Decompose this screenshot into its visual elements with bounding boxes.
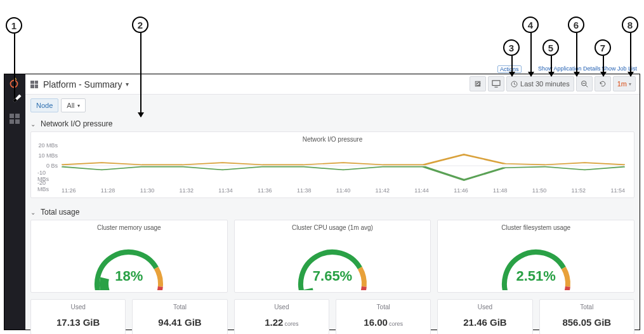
stat-value: 17.13 GiB: [31, 317, 125, 328]
chart-xaxis: 11:2611:2811:3011:3211:3411:3611:3811:40…: [62, 187, 625, 195]
refresh-interval-label: 1m: [617, 80, 627, 88]
stat-cpu-used: Used 1.22cores: [234, 299, 329, 334]
callout-1: 1: [6, 17, 22, 34]
gauge-title-cpu: Cluster CPU usage (1m avg): [235, 224, 431, 231]
gauge-title-fs: Cluster filesystem usage: [438, 224, 634, 231]
stat-label: Total: [336, 304, 430, 311]
cycle-view-button[interactable]: [488, 76, 504, 91]
filter-node[interactable]: Node: [30, 98, 58, 112]
stat-value: 856.05 GiB: [540, 317, 634, 328]
refresh-interval-button[interactable]: 1m ▾: [613, 76, 636, 91]
gauge-value-cpu: 7.65%: [313, 268, 352, 284]
callout-arrow-7: [603, 56, 604, 76]
time-range-button[interactable]: Last 30 minutes: [506, 76, 574, 91]
chart-title: Network I/O pressure: [37, 136, 628, 143]
gauge-cpu: Cluster CPU usage (1m avg) 7.65%: [234, 220, 431, 293]
refresh-button[interactable]: [595, 76, 611, 91]
callout-arrow-4: [530, 33, 532, 76]
page-header: Platform - Summary ▾ Last 30 minutes: [25, 74, 640, 95]
chart-canvas: 20 MBs10 MBs0 Bs-10 MBs-20 MBs 11:2611:2…: [37, 145, 628, 195]
stat-memory-total: Total 94.41 GiB: [132, 299, 227, 334]
zoom-out-icon: [581, 80, 588, 88]
stat-label: Used: [235, 304, 329, 311]
refresh-icon: [599, 80, 607, 88]
dashboard-icon: [30, 81, 38, 88]
panel-header-usage[interactable]: ⌄ Total usage: [30, 204, 634, 220]
stat-value: 94.41 GiB: [133, 317, 227, 328]
filter-row: Node All ▾: [25, 95, 640, 116]
screenshot-frame: Platform - Summary ▾ Last 30 minutes: [4, 74, 640, 330]
monitor-icon: [492, 80, 501, 88]
chart-plot: [62, 145, 625, 186]
callout-arrow-3: [511, 56, 513, 76]
gauges-row: Cluster memory usage 18% Cluster CPU usa…: [30, 220, 634, 293]
stat-fs-total: Total 856.05 GiB: [539, 299, 634, 334]
callout-6: 6: [568, 17, 584, 33]
panel-title-network: Network I/O pressure: [41, 119, 112, 128]
sidebar: [4, 74, 25, 330]
toolbar: Last 30 minutes 1m ▾: [470, 76, 636, 91]
tip-job-list: Show Job List: [601, 65, 637, 72]
gauge-title-memory: Cluster memory usage: [31, 224, 227, 231]
chevron-down-icon[interactable]: ▾: [126, 81, 129, 88]
callout-4: 4: [522, 17, 539, 33]
chevron-down-icon: ▾: [77, 103, 80, 109]
callout-arrow-6: [576, 33, 577, 76]
gauge-value-memory: 18%: [115, 268, 143, 284]
stat-fs-used: Used 21.46 GiB: [437, 299, 532, 334]
stat-memory-used: Used 17.13 GiB: [30, 299, 126, 334]
share-icon: [474, 80, 482, 88]
stat-value: 16.00cores: [336, 317, 430, 328]
network-chart-card: Network I/O pressure 20 MBs10 MBs0 Bs-10…: [30, 131, 634, 198]
panel-header-network[interactable]: ⌄ Network I/O pressure: [30, 116, 634, 131]
main-content: Platform - Summary ▾ Last 30 minutes: [25, 74, 640, 330]
chevron-down-icon: ⌄: [30, 209, 37, 216]
chevron-down-icon: ▾: [629, 81, 631, 87]
share-button[interactable]: [470, 76, 486, 91]
stat-label: Used: [438, 304, 532, 311]
tip-app-details: Show Application Details: [538, 65, 601, 72]
stat-value: 21.46 GiB: [438, 317, 532, 328]
stat-label: Total: [133, 304, 227, 311]
filter-all-label: All: [67, 102, 74, 109]
stat-cpu-total: Total 16.00cores: [336, 299, 431, 334]
callout-arrow-8: [630, 33, 631, 76]
gauge-value-fs: 2.51%: [516, 268, 555, 284]
chart-yaxis: 20 MBs10 MBs0 Bs-10 MBs-20 MBs: [37, 145, 59, 186]
clock-icon: [511, 81, 518, 88]
svg-rect-2: [492, 81, 500, 86]
callout-8: 8: [622, 17, 638, 33]
callout-5: 5: [542, 39, 559, 56]
chevron-down-icon: ⌄: [30, 121, 37, 128]
callout-3: 3: [503, 39, 520, 56]
callout-arrow-2: [140, 33, 141, 117]
time-range-label: Last 30 minutes: [520, 80, 570, 88]
gauge-memory: Cluster memory usage 18%: [30, 220, 228, 293]
stats-row: Used 17.13 GiB Total 94.41 GiB Used 1.22…: [30, 299, 634, 334]
panel-network-io: ⌄ Network I/O pressure Network I/O press…: [30, 116, 634, 198]
callout-7: 7: [595, 39, 611, 56]
dashboards-icon[interactable]: [10, 114, 20, 124]
stat-value: 1.22cores: [235, 317, 329, 328]
callout-arrow-1: [14, 34, 15, 98]
stat-label: Used: [31, 304, 125, 311]
callout-2: 2: [132, 17, 148, 33]
stat-label: Total: [540, 304, 634, 311]
page-title: Platform - Summary: [43, 79, 122, 90]
callout-arrow-5: [551, 56, 552, 76]
panel-total-usage: ⌄ Total usage Cluster memory usage 18% C…: [30, 204, 634, 334]
zoom-out-button[interactable]: [576, 76, 593, 91]
filter-all[interactable]: All ▾: [61, 98, 85, 112]
panel-title-usage: Total usage: [41, 208, 79, 217]
gauge-fs: Cluster filesystem usage 2.51%: [437, 220, 634, 293]
